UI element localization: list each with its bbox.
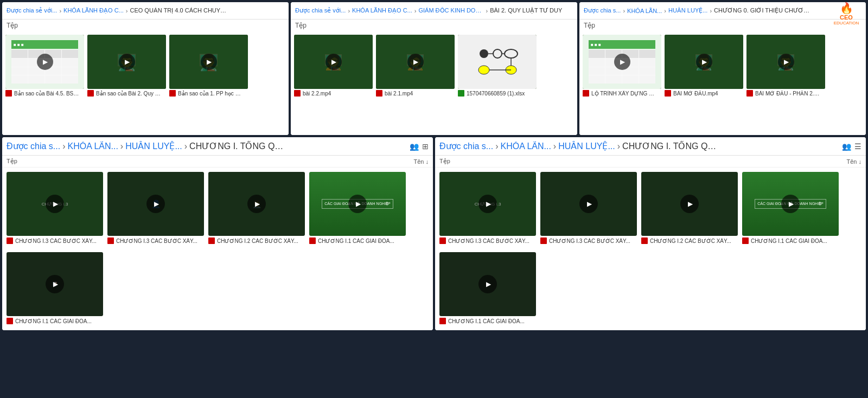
play-button[interactable]: ▶ <box>478 195 497 213</box>
bottom-panel-header-right: Được chia s... › KHÓA LÃN... › HUẤN LUYỆ… <box>435 137 866 156</box>
people-icon[interactable]: 👥 <box>410 142 419 151</box>
file-tab-label: Tệp <box>7 158 17 165</box>
file-icon-red <box>107 237 114 244</box>
logo-text: CEO <box>840 15 853 21</box>
people-icon[interactable]: 👥 <box>842 142 851 151</box>
file-icon-red <box>746 90 753 97</box>
file-icon-red <box>376 90 382 97</box>
play-button[interactable]: ▶ <box>680 195 699 213</box>
file-label: CHƯƠNG I.1 CÁC GIAI ĐOA... <box>439 316 536 326</box>
play-button[interactable]: ▶ <box>247 195 266 213</box>
file-item[interactable]: 👨‍🏫 ▶ BÀI MỞ ĐẦU.mp4 <box>665 35 743 132</box>
play-button[interactable]: ▶ <box>614 54 630 70</box>
file-icon-red <box>540 237 547 244</box>
file-item[interactable]: 👨‍🏫 ▶ BÀI MỞ ĐẦU - PHẦN 2.mp4 <box>746 35 825 132</box>
play-button[interactable]: ▶ <box>781 195 800 213</box>
breadcrumb-item[interactable]: Được chia s... <box>7 141 60 151</box>
thumbnails-grid-2: 🧑‍🏫 ▶ bài 2.2.mp4 🧑‍🏫 <box>291 31 577 135</box>
breadcrumb-item[interactable]: HUẤN LUYỆ... <box>668 7 707 14</box>
sort-bar-right: Tệp Tên ↓ <box>435 156 866 168</box>
breadcrumb-item[interactable]: KHÓA LÃN... <box>627 8 662 14</box>
play-button[interactable]: ▶ <box>696 54 712 70</box>
file-name: CHƯƠNG I.1 CÁC GIAI ĐOA... <box>448 318 525 324</box>
breadcrumb-item[interactable]: Được chia s... <box>584 7 621 14</box>
svg-point-0 <box>480 49 488 58</box>
breadcrumb-2: Được chia sẻ với... › KHÓA LÃNH ĐẠO C...… <box>291 2 577 20</box>
breadcrumb-item[interactable]: KHÓA LÃN... <box>500 142 551 151</box>
play-icon: ▶ <box>53 280 58 288</box>
file-item[interactable]: ▶ CHƯƠNG I.1 CÁC GIAI ĐOA... <box>439 252 536 326</box>
file-item[interactable]: 🧑‍🏫 ▶ bài 2.2.mp4 <box>294 35 373 132</box>
play-icon: ▶ <box>125 58 130 66</box>
breadcrumb-item[interactable]: GIÁM ĐỐC KINH DOA... <box>418 7 483 14</box>
file-item[interactable]: ■ ■ ■ ▶ <box>5 35 84 132</box>
breadcrumb-item[interactable]: HUẤN LUYỆ... <box>125 141 182 151</box>
top-panel-3: Được chia s... › KHÓA LÃN... › HUẤN LUYỆ… <box>579 2 866 135</box>
breadcrumb-item[interactable]: HUẤN LUYỆ... <box>558 141 615 151</box>
play-icon: ▶ <box>154 200 159 208</box>
play-button[interactable]: ▶ <box>778 54 794 70</box>
breadcrumb-item[interactable]: Được chia s... <box>439 141 493 151</box>
play-button[interactable]: ▶ <box>37 54 53 70</box>
sort-label[interactable]: Tên ↓ <box>846 158 861 165</box>
play-button[interactable]: ▶ <box>348 195 367 213</box>
breadcrumb-item[interactable]: KHÓA LÃNH ĐẠO C... <box>352 7 412 14</box>
file-name: CHƯƠNG I.2 CÁC BƯỚC XÂY... <box>650 238 731 244</box>
play-button[interactable]: ▶ <box>201 54 217 70</box>
file-item[interactable]: 👨‍🏫 ▶ Bản sao của 1. PP học on of... <box>169 35 248 132</box>
breadcrumb-item[interactable]: Được chia sẻ với... <box>7 7 57 14</box>
bottom-thumbnails-left: CHƯƠNG I.3 ▶ CHƯƠNG I.3 CÁC BƯỚC XÂY... <box>2 168 433 330</box>
panel-actions: 👥 ⊞ <box>410 142 429 151</box>
bottom-panel-right: Được chia s... › KHÓA LÃN... › HUẤN LUYỆ… <box>435 137 866 330</box>
file-item[interactable]: CHƯƠNG I.3 ▶ CHƯƠNG I.3 CÁC BƯỚC XÂY... <box>7 172 103 246</box>
file-item[interactable]: CÁC GIAI ĐOẠN ĐỒ DOANH NGHIỆP ▶ CHƯƠNG I… <box>309 172 406 246</box>
file-icon-red <box>208 237 215 244</box>
file-label: Bản sao của Bài 2. Quy luật t... <box>87 89 166 98</box>
file-item[interactable]: ▶ CHƯƠNG I.3 CÁC BƯỚC XÂY... <box>540 172 637 246</box>
flame-icon: 🔥 <box>840 2 853 15</box>
file-icon-red <box>439 237 446 244</box>
play-button[interactable]: ▶ <box>407 54 424 70</box>
breadcrumb-1: Được chia sẻ với... › KHÓA LÃNH ĐẠO C...… <box>2 2 289 20</box>
file-item[interactable]: 👨‍🏫 ▶ Bản sao của Bài 2. Quy luật t... <box>87 35 166 132</box>
sort-label[interactable]: Tên ↓ <box>413 158 429 165</box>
file-item[interactable]: CHƯƠNG I.3 ▶ CHƯƠNG I.3 CÁC BƯỚC XÂY... <box>439 172 536 246</box>
file-item[interactable]: 1570470660859 (1).xlsx <box>458 35 537 132</box>
play-icon: ▶ <box>255 200 260 208</box>
file-label-3: Tệp <box>579 20 866 31</box>
file-item[interactable]: ▶ CHƯƠNG I.2 CÁC BƯỚC XÂY... <box>641 172 738 246</box>
play-button[interactable]: ▶ <box>326 54 342 70</box>
breadcrumb-item[interactable]: Được chia sẻ với... <box>295 7 346 14</box>
file-item[interactable]: 🧑‍💼 ▶ CHƯƠNG I.2 CÁC BƯỚC XÂY... <box>208 172 305 246</box>
list-icon[interactable]: ☰ <box>854 142 861 151</box>
play-button[interactable]: ▶ <box>46 275 64 293</box>
file-name: CHƯƠNG I.1 CÁC GIAI ĐOA... <box>318 238 394 244</box>
file-item[interactable]: 👤 ▶ CHƯƠNG I.3 CÁC BƯỚC XÂY... <box>107 172 204 246</box>
grid-icon[interactable]: ⊞ <box>422 142 429 151</box>
file-icon-red <box>641 237 648 244</box>
file-item[interactable]: 🧑‍🏫 ▶ bài 2.1.mp4 <box>376 35 455 132</box>
bottom-panel-header-left: Được chia s... › KHÓA LÃN... › HUẤN LUYỆ… <box>2 137 433 156</box>
play-button[interactable]: ▶ <box>478 275 497 293</box>
file-name: CHƯƠNG I.3 CÁC BƯỚC XÂY... <box>448 238 529 244</box>
file-icon-red <box>583 90 589 97</box>
file-item[interactable]: ■ ■ ■ ▶ <box>583 35 661 132</box>
breadcrumb-item[interactable]: KHÓA LÃNH ĐẠO C... <box>63 7 124 14</box>
file-item[interactable]: CÁC GIAI ĐOẠN ĐỒ DOANH NGHIỆP ▶ CHƯƠNG I… <box>742 172 839 246</box>
play-button[interactable]: ▶ <box>146 195 165 213</box>
play-button[interactable]: ▶ <box>119 54 135 70</box>
file-icon-red <box>169 90 176 97</box>
file-name: CHƯƠNG I.1 CÁC GIAI ĐOA... <box>15 318 92 324</box>
main-container: Được chia sẻ với... › KHÓA LÃNH ĐẠO C...… <box>0 0 868 332</box>
play-icon: ▶ <box>43 58 48 66</box>
file-icon-red <box>7 318 13 324</box>
file-icon-red <box>665 90 671 97</box>
file-name: CHƯƠNG I.3 CÁC BƯỚC XÂY... <box>15 238 97 244</box>
play-icon: ▶ <box>331 58 336 66</box>
file-label: CHƯƠNG I.1 CÁC GIAI ĐOA... <box>309 236 406 246</box>
play-button[interactable]: ▶ <box>46 195 64 213</box>
breadcrumb-item[interactable]: KHÓA LÃN... <box>67 142 118 151</box>
play-button[interactable]: ▶ <box>579 195 598 213</box>
file-item[interactable]: 📝 ▶ CHƯƠNG I.1 CÁC GIAI ĐOA... <box>7 252 103 326</box>
bottom-breadcrumb-left: Được chia s... › KHÓA LÃN... › HUẤN LUYỆ… <box>7 141 407 151</box>
